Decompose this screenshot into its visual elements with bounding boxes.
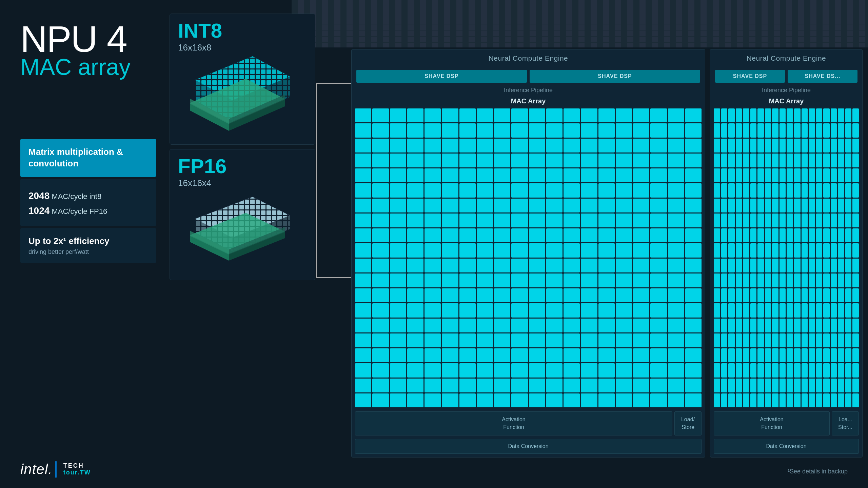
mac-dot: [765, 139, 771, 152]
mac-dot: [721, 259, 728, 272]
mac-dot: [546, 348, 563, 362]
info-box-mac-cycles: 2048 MAC/cycle int8 1024 MAC/cycle FP16: [20, 179, 156, 226]
mac-dot: [721, 363, 728, 377]
mac-dot: [372, 319, 389, 332]
mac-dot: [529, 199, 545, 212]
mac-dot: [616, 259, 632, 272]
mac-dot: [794, 379, 801, 392]
mac-dot: [780, 123, 786, 137]
mac-dot: [546, 214, 563, 227]
mac-dot: [477, 259, 493, 272]
mac-dot: [765, 319, 771, 332]
mac-dot: [838, 243, 844, 257]
mac-dot: [802, 228, 808, 242]
mac-dot: [750, 228, 757, 242]
mac-dot: [823, 123, 830, 137]
mac-dot: [772, 363, 778, 377]
mac-dot: [494, 228, 510, 242]
mac-dot: [564, 303, 580, 317]
mac-dot: [598, 259, 615, 272]
mac-dot: [728, 393, 735, 407]
tech-tour-badge: TECH tour.TW: [63, 463, 91, 476]
mac-dot: [372, 363, 389, 377]
mac-dot: [787, 348, 793, 362]
mac-dot: [372, 333, 389, 347]
data-conversion-1: Data Conversion: [355, 439, 702, 454]
mac-dot: [728, 259, 735, 272]
mac-dot: [477, 393, 493, 407]
mac-dot: [852, 333, 859, 347]
mac-dot: [459, 243, 476, 257]
mac-dot: [633, 214, 649, 227]
mac-dot: [685, 259, 702, 272]
mac-dot: [581, 379, 597, 392]
mac-dot: [390, 214, 406, 227]
mac-dot: [831, 303, 837, 317]
mac-dot: [511, 393, 528, 407]
mac-dot: [852, 273, 859, 287]
mac-dot: [407, 183, 423, 197]
mac-dot: [743, 319, 749, 332]
mac-dot: [668, 363, 684, 377]
mac-dot: [736, 348, 742, 362]
mac-dot: [442, 303, 458, 317]
mac-dot: [823, 379, 830, 392]
mac-dot: [390, 123, 406, 137]
mac-dot: [780, 348, 786, 362]
mac-dot: [802, 199, 808, 212]
mac-dot: [787, 288, 793, 302]
mac-dot: [736, 393, 742, 407]
mac-dot: [721, 139, 728, 152]
mac-dot: [355, 319, 371, 332]
mac-dot: [765, 288, 771, 302]
fp16-cube: [185, 188, 300, 277]
mac-dot: [581, 288, 597, 302]
mac-dot: [780, 108, 786, 122]
mac-dot: [355, 259, 371, 272]
mac-dot: [823, 108, 830, 122]
mac-dot: [598, 288, 615, 302]
mac-dot: [809, 379, 815, 392]
mac-dot: [736, 333, 742, 347]
mac-dot: [390, 333, 406, 347]
mac-dot: [668, 199, 684, 212]
mac-dot: [736, 123, 742, 137]
mac-dot: [546, 363, 563, 377]
mac-dot: [529, 154, 545, 167]
mac-dot: [355, 288, 371, 302]
mac-dot: [765, 333, 771, 347]
mac-dot: [442, 273, 458, 287]
mac-dot: [728, 243, 735, 257]
mac-dot: [831, 123, 837, 137]
mac-dot: [372, 348, 389, 362]
info-box-efficiency: Up to 2x¹ efficiency driving better perf…: [20, 228, 156, 263]
mac-dot: [772, 214, 778, 227]
mac-dot: [564, 393, 580, 407]
mac-dot: [743, 243, 749, 257]
mac-dot: [802, 363, 808, 377]
mac-dot: [511, 199, 528, 212]
mac-dot: [845, 288, 852, 302]
mac-dot: [794, 363, 801, 377]
mac-dot: [736, 288, 742, 302]
mac-dot: [581, 154, 597, 167]
mac-dot: [633, 348, 649, 362]
mac-dot: [728, 228, 735, 242]
mac-dot: [425, 393, 441, 407]
mac-dot: [728, 183, 735, 197]
mac-dot: [355, 303, 371, 317]
mac-dot: [598, 108, 615, 122]
mac-dot: [802, 154, 808, 167]
mac-dot: [757, 393, 764, 407]
mac-dot: [750, 303, 757, 317]
mac-dot: [494, 259, 510, 272]
mac-dot: [816, 273, 823, 287]
mac-dot: [616, 348, 632, 362]
mac-dot: [650, 123, 667, 137]
mac-dot: [581, 108, 597, 122]
mac-dot: [809, 303, 815, 317]
mac-dot: [372, 108, 389, 122]
mac-dot: [685, 243, 702, 257]
mac-dot: [581, 228, 597, 242]
mac-dot: [372, 379, 389, 392]
